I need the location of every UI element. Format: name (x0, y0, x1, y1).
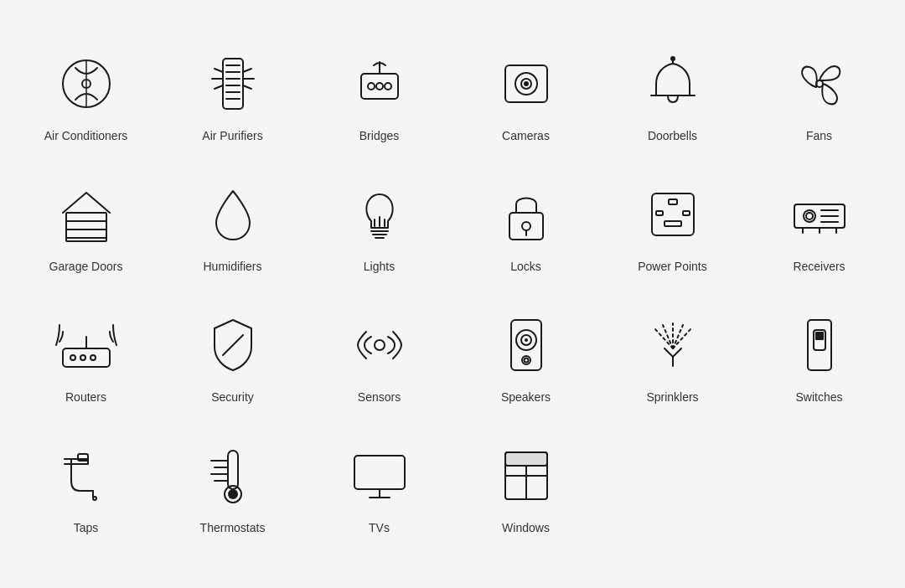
item-security[interactable]: Security (163, 298, 302, 420)
svg-point-55 (80, 355, 85, 360)
item-sprinklers[interactable]: Sprinklers (603, 298, 742, 420)
thermostats-icon (199, 442, 266, 509)
svg-point-37 (522, 222, 530, 230)
item-locks[interactable]: Locks (457, 168, 595, 290)
routers-label: Routers (65, 390, 106, 404)
receivers-label: Receivers (793, 260, 845, 273)
air-conditioners-label: Air Conditioners (44, 129, 128, 142)
air-purifiers-label: Air Purifiers (202, 129, 262, 142)
item-tvs[interactable]: TVs (310, 429, 448, 551)
svg-line-3 (243, 69, 251, 72)
item-taps[interactable]: Taps (17, 429, 155, 551)
item-speakers[interactable]: Speakers (457, 298, 595, 420)
svg-rect-26 (66, 213, 106, 241)
speakers-label: Speakers (501, 390, 551, 404)
routers-icon (53, 312, 120, 379)
garage-doors-label: Garage Doors (49, 260, 123, 273)
svg-point-59 (375, 340, 385, 350)
power-points-label: Power Points (638, 260, 706, 273)
svg-point-18 (385, 83, 391, 90)
item-garage-doors[interactable]: Garage Doors (17, 168, 155, 290)
lights-icon (346, 181, 413, 248)
item-power-points[interactable]: Power Points (603, 168, 742, 290)
sprinklers-icon (639, 312, 706, 379)
svg-line-58 (223, 335, 243, 355)
svg-rect-40 (669, 199, 677, 204)
item-lights[interactable]: Lights (310, 168, 448, 290)
garage-doors-icon (53, 181, 120, 248)
svg-point-56 (90, 355, 96, 360)
receivers-icon (786, 181, 853, 248)
item-air-conditioners[interactable]: Air Conditioners (17, 37, 155, 159)
switches-label: Switches (795, 390, 842, 404)
air-purifiers-icon (199, 50, 266, 117)
bridges-label: Bridges (359, 129, 399, 142)
svg-point-17 (376, 83, 383, 90)
fans-icon (786, 50, 853, 117)
svg-point-80 (228, 489, 238, 499)
svg-line-8 (215, 85, 223, 89)
power-points-icon (639, 181, 706, 248)
item-cameras[interactable]: Cameras (457, 37, 595, 159)
locks-label: Locks (510, 260, 541, 273)
doorbells-icon (639, 50, 706, 117)
security-icon (199, 312, 266, 379)
svg-rect-91 (505, 452, 547, 466)
windows-label: Windows (502, 521, 550, 534)
svg-rect-85 (354, 456, 405, 489)
tvs-icon (346, 442, 413, 509)
item-receivers[interactable]: Receivers (750, 168, 888, 290)
switches-icon (786, 312, 853, 379)
sensors-label: Sensors (358, 390, 401, 404)
svg-rect-72 (808, 320, 831, 370)
item-bridges[interactable]: Bridges (310, 37, 448, 159)
svg-rect-41 (656, 211, 663, 215)
humidifiers-icon (199, 181, 266, 248)
svg-point-16 (368, 83, 375, 90)
cameras-label: Cameras (502, 129, 550, 142)
item-humidifiers[interactable]: Humidifiers (163, 168, 302, 290)
item-thermostats[interactable]: Thermostats (163, 429, 302, 551)
item-doorbells[interactable]: Doorbells (603, 37, 742, 159)
svg-point-54 (70, 355, 75, 360)
svg-line-70 (673, 325, 683, 348)
lights-label: Lights (364, 260, 395, 273)
svg-line-68 (663, 325, 673, 348)
svg-point-23 (525, 82, 528, 85)
item-switches[interactable]: Switches (750, 298, 888, 420)
doorbells-label: Doorbells (648, 129, 697, 142)
item-air-purifiers[interactable]: Air Purifiers (163, 37, 302, 159)
svg-line-5 (243, 85, 251, 89)
speakers-icon (493, 312, 560, 379)
svg-point-65 (524, 358, 528, 363)
svg-line-6 (215, 69, 223, 72)
item-windows[interactable]: Windows (457, 429, 595, 551)
security-label: Security (211, 390, 254, 404)
svg-line-67 (654, 328, 673, 348)
svg-line-71 (673, 328, 691, 348)
item-sensors[interactable]: Sensors (310, 298, 448, 420)
taps-label: Taps (74, 521, 99, 534)
sensors-icon (346, 312, 413, 379)
svg-point-24 (670, 56, 675, 61)
taps-icon (53, 442, 120, 509)
device-grid: Air Conditioners Air Purifiers (17, 37, 888, 551)
bridges-icon (346, 50, 413, 117)
cameras-icon (493, 50, 560, 117)
fans-label: Fans (806, 129, 832, 142)
svg-rect-42 (683, 211, 690, 215)
svg-rect-43 (665, 221, 681, 226)
windows-icon (493, 442, 560, 509)
svg-point-76 (93, 497, 96, 500)
air-conditioners-icon (53, 50, 120, 117)
svg-rect-15 (361, 74, 398, 99)
humidifiers-label: Humidifiers (203, 260, 261, 273)
svg-point-63 (525, 338, 528, 342)
svg-rect-78 (228, 451, 238, 489)
item-fans[interactable]: Fans (750, 37, 888, 159)
locks-icon (493, 181, 560, 248)
svg-rect-74 (815, 332, 824, 340)
sprinklers-label: Sprinklers (646, 390, 698, 404)
tvs-label: TVs (369, 521, 390, 534)
item-routers[interactable]: Routers (17, 298, 155, 420)
